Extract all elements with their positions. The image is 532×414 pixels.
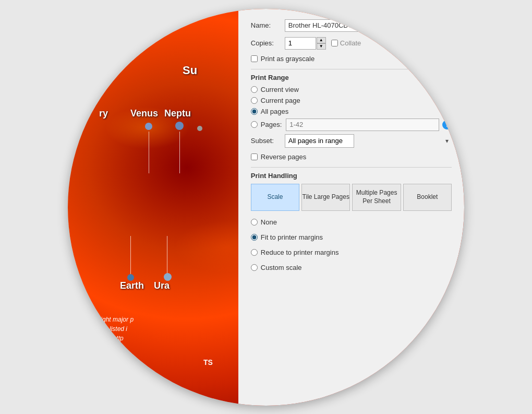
collate-area: Collate xyxy=(331,39,361,47)
planet-dot-uranus xyxy=(164,273,172,281)
divider-2 xyxy=(251,167,452,168)
none-label: None xyxy=(261,218,277,226)
grayscale-row: Print as grayscale xyxy=(251,55,452,63)
copies-label: Copies: xyxy=(251,39,285,47)
reduce-label: Reduce to printer margins xyxy=(261,249,339,256)
divider-1 xyxy=(251,69,452,69)
multiple-pages-button[interactable]: Multiple Pages Per Sheet xyxy=(352,184,401,211)
copies-up-button[interactable]: ▲ xyxy=(317,37,326,43)
booklet-button[interactable]: Booklet xyxy=(403,184,452,211)
uranus-label: Ura xyxy=(154,280,170,291)
name-label: Name: xyxy=(251,21,285,29)
reduce-row: Reduce to printer margins xyxy=(251,249,452,256)
earth-line xyxy=(130,236,131,278)
all-pages-radio[interactable] xyxy=(251,108,258,115)
planet-dot-neptune xyxy=(175,122,184,130)
scale-button[interactable]: Scale xyxy=(251,184,299,211)
copies-row: Copies: ▲ ▼ Collate xyxy=(251,37,452,50)
venus-line xyxy=(149,132,149,173)
custom-radio[interactable] xyxy=(251,264,258,271)
planet-dot-3 xyxy=(197,126,202,131)
pages-row: Pages: i xyxy=(251,119,452,131)
print-dialog-panel: Name: Copies: ▲ ▼ Collate Print as grays… xyxy=(238,9,464,406)
copies-down-button[interactable]: ▼ xyxy=(317,43,326,50)
fit-radio[interactable] xyxy=(251,234,258,241)
mercury-label: ry xyxy=(99,108,108,119)
neptune-line xyxy=(179,132,180,173)
neptune-label: Neptu xyxy=(164,108,191,119)
pages-radio[interactable] xyxy=(251,121,258,128)
current-view-radio[interactable] xyxy=(251,86,258,93)
pages-info-icon[interactable]: i xyxy=(442,120,452,129)
tile-large-button[interactable]: Tile Large Pages xyxy=(301,184,350,211)
fit-row: Fit to printer margins xyxy=(251,233,452,241)
subset-select-wrapper: All pages in range Odd pages only Even p… xyxy=(285,134,452,148)
all-pages-label: All pages xyxy=(261,108,288,115)
grayscale-checkbox[interactable] xyxy=(251,55,258,62)
current-view-row: Current view xyxy=(251,86,452,93)
handling-buttons: Scale Tile Large Pages Multiple Pages Pe… xyxy=(251,184,452,211)
collate-checkbox[interactable] xyxy=(331,40,338,46)
print-range-title: Print Range xyxy=(251,74,452,81)
reduce-radio[interactable] xyxy=(251,249,258,256)
custom-row: Custom scale xyxy=(251,264,452,271)
print-handling-title: Print Handling xyxy=(251,172,452,180)
subset-select[interactable]: All pages in range Odd pages only Even p… xyxy=(285,134,354,148)
planet-dot-venus xyxy=(145,123,152,130)
copies-input[interactable] xyxy=(285,37,316,50)
copies-spinner: ▲ ▼ xyxy=(285,37,326,50)
earth-label: Earth xyxy=(120,280,144,291)
current-view-label: Current view xyxy=(261,86,299,93)
reverse-label: Reverse pages xyxy=(261,153,306,161)
pages-range-input[interactable] xyxy=(286,119,439,131)
all-pages-row: All pages xyxy=(251,108,452,115)
current-page-label: Current page xyxy=(261,97,300,104)
main-circle: Su ry Venus Neptu Earth Ura he eight maj… xyxy=(68,9,464,406)
uranus-line xyxy=(167,236,167,278)
spinner-buttons: ▲ ▼ xyxy=(317,37,326,50)
bottom-text: he eight major p ets are listed i SA/JPL… xyxy=(89,315,134,343)
fit-label: Fit to printer margins xyxy=(261,233,323,241)
subset-label: Subset: xyxy=(251,137,285,145)
none-row: None xyxy=(251,218,452,226)
custom-label: Custom scale xyxy=(261,264,302,271)
reverse-row: Reverse pages xyxy=(251,153,452,161)
current-page-radio[interactable] xyxy=(251,97,258,104)
subset-row: Subset: All pages in range Odd pages onl… xyxy=(251,134,452,148)
venus-label: Venus xyxy=(130,108,158,119)
grayscale-label: Print as grayscale xyxy=(261,55,315,63)
none-radio[interactable] xyxy=(251,219,258,226)
current-page-row: Current page xyxy=(251,97,452,104)
collate-label: Collate xyxy=(340,39,361,47)
planet-dot-earth xyxy=(127,274,134,281)
reverse-checkbox[interactable] xyxy=(251,153,258,160)
name-row: Name: xyxy=(251,19,452,32)
pages-label: Pages: xyxy=(261,121,282,128)
printer-name-input[interactable] xyxy=(285,19,452,32)
scale-options: None Fit to printer margins Reduce to pr… xyxy=(251,218,452,275)
planets-area: ry Venus Neptu Earth Ura xyxy=(68,9,246,406)
bottom-label: TS xyxy=(203,358,213,366)
